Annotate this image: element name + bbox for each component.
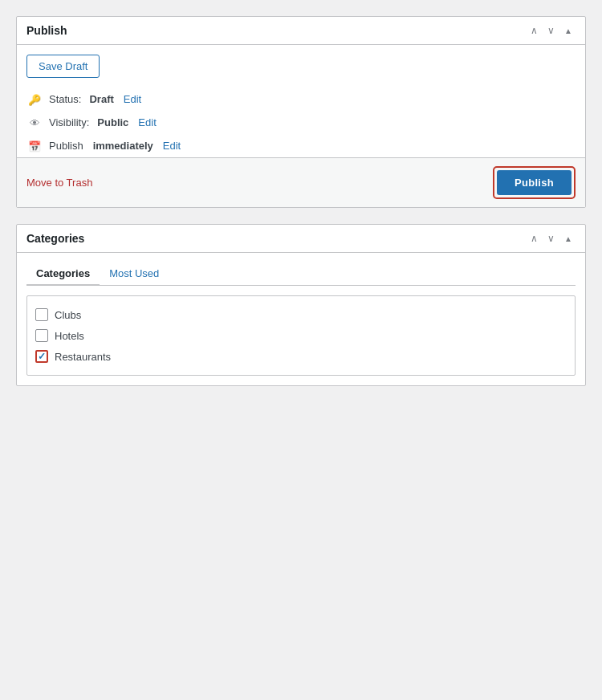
checkbox-restaurants[interactable]: ✓ [35, 350, 48, 363]
visibility-meta-item: Visibility: Public Edit [26, 111, 576, 134]
publish-panel-header: Publish ∧ ∨ ▲ [17, 17, 585, 45]
publish-collapse-down-btn[interactable]: ∨ [544, 23, 558, 38]
category-label-clubs: Clubs [55, 309, 81, 321]
publish-panel-body: Save Draft Status: Draft Edit Visibility… [17, 45, 585, 207]
chevron-up-solid-icon: ▲ [564, 234, 572, 243]
publish-time-value: immediately [93, 140, 153, 152]
categories-tabs: Categories Most Used [26, 262, 576, 286]
chevron-down-icon: ∨ [547, 25, 555, 36]
categories-collapse-up-btn[interactable]: ∧ [527, 231, 541, 246]
publish-time-meta-item: Publish immediately Edit [26, 134, 576, 157]
tab-categories[interactable]: Categories [26, 262, 100, 286]
tab-most-used[interactable]: Most Used [100, 262, 169, 286]
publish-collapse-arrow-btn[interactable]: ▲ [561, 25, 576, 37]
visibility-value: Public [97, 116, 128, 128]
category-label-restaurants: Restaurants [55, 351, 111, 363]
categories-panel-body: Categories Most Used Clubs Hotels ✓ Rest… [17, 253, 585, 385]
status-meta-item: Status: Draft Edit [26, 88, 576, 111]
save-draft-button[interactable]: Save Draft [26, 55, 100, 78]
categories-panel: Categories ∧ ∨ ▲ Categories Most Used Cl… [16, 224, 586, 386]
publish-time-edit-link[interactable]: Edit [163, 140, 181, 152]
categories-panel-title: Categories [26, 232, 84, 245]
status-edit-link[interactable]: Edit [124, 93, 141, 105]
checkbox-clubs[interactable] [35, 308, 48, 321]
category-label-hotels: Hotels [55, 330, 84, 342]
publish-panel-controls: ∧ ∨ ▲ [527, 23, 576, 38]
category-item-clubs: Clubs [35, 304, 567, 325]
categories-collapse-arrow-btn[interactable]: ▲ [561, 233, 576, 245]
publish-meta-list: Status: Draft Edit Visibility: Public Ed… [26, 88, 576, 157]
publish-button[interactable]: Publish [497, 170, 571, 195]
categories-collapse-down-btn[interactable]: ∨ [544, 231, 558, 246]
categories-panel-controls: ∧ ∨ ▲ [527, 231, 576, 246]
status-value: Draft [89, 93, 113, 105]
chevron-down-icon: ∨ [547, 233, 555, 244]
calendar-icon [26, 139, 43, 153]
checkmark-icon: ✓ [38, 351, 46, 362]
chevron-up-icon: ∧ [531, 25, 538, 36]
status-label: Status: [49, 93, 81, 105]
key-icon [26, 92, 43, 106]
categories-list: Clubs Hotels ✓ Restaurants [26, 295, 576, 376]
category-item-hotels: Hotels [35, 325, 567, 346]
categories-panel-header: Categories ∧ ∨ ▲ [17, 225, 585, 253]
chevron-up-solid-icon: ▲ [564, 26, 572, 35]
publish-button-highlight: Publish [493, 166, 576, 199]
publish-footer: Move to Trash Publish [17, 157, 585, 207]
visibility-edit-link[interactable]: Edit [138, 116, 156, 128]
publish-time-label: Publish [49, 140, 83, 152]
move-to-trash-link[interactable]: Move to Trash [26, 177, 92, 189]
category-item-restaurants: ✓ Restaurants [35, 346, 567, 367]
eye-icon [26, 116, 43, 129]
publish-panel-title: Publish [26, 24, 67, 37]
publish-collapse-up-btn[interactable]: ∧ [527, 23, 541, 38]
visibility-label: Visibility: [49, 116, 89, 128]
publish-panel: Publish ∧ ∨ ▲ Save Draft Status: Draft E… [16, 16, 586, 208]
chevron-up-icon: ∧ [531, 233, 538, 244]
checkbox-hotels[interactable] [35, 329, 48, 342]
